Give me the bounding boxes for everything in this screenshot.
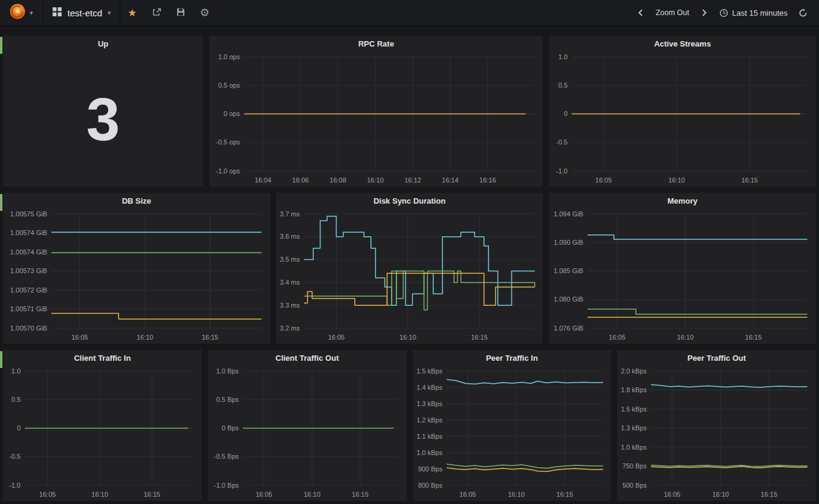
panel-memory: Memory 1.094 GiB1.090 GiB1.085 GiB1.080 … [549, 193, 816, 344]
star-icon: ★ [128, 8, 137, 18]
svg-text:1.080 GiB: 1.080 GiB [554, 296, 583, 303]
svg-text:16:05: 16:05 [595, 176, 612, 184]
svg-text:16:05: 16:05 [256, 491, 273, 498]
svg-text:0 ops: 0 ops [224, 110, 240, 117]
svg-text:0 Bps: 0 Bps [222, 424, 239, 431]
svg-text:16:15: 16:15 [471, 334, 488, 341]
client-traffic-in-chart[interactable]: 1.00.50-0.5-1.016:0516:1016:15 [3, 366, 202, 501]
svg-text:1.076 GiB: 1.076 GiB [554, 325, 583, 332]
svg-text:0.5: 0.5 [558, 82, 568, 89]
svg-text:-1.0 Bps: -1.0 Bps [214, 482, 239, 489]
svg-text:16:15: 16:15 [202, 334, 219, 341]
svg-text:16:05: 16:05 [459, 491, 476, 498]
peer-traffic-out-chart[interactable]: 2.0 kBps1.8 kBps1.5 kBps1.3 kBps1.0 kBps… [617, 366, 816, 501]
svg-text:16:10: 16:10 [668, 176, 685, 184]
settings-button[interactable]: ⚙ [193, 0, 217, 26]
time-shift-forward-button[interactable] [694, 0, 714, 26]
svg-text:1.00574 GiB: 1.00574 GiB [10, 248, 47, 256]
share-button[interactable] [144, 0, 169, 26]
gear-icon: ⚙ [200, 7, 210, 18]
panel-title-memory[interactable]: Memory [549, 193, 816, 209]
svg-text:-0.5: -0.5 [9, 453, 21, 460]
svg-text:-1.0: -1.0 [556, 167, 568, 175]
svg-text:500 Bps: 500 Bps [623, 482, 647, 489]
svg-text:1.00572 GiB: 1.00572 GiB [10, 286, 47, 294]
svg-text:1.1 kBps: 1.1 kBps [416, 433, 442, 440]
svg-text:16:15: 16:15 [742, 176, 759, 184]
save-button[interactable] [169, 0, 193, 26]
save-icon [176, 7, 186, 19]
svg-text:1.0: 1.0 [558, 53, 568, 60]
row-collapse-tab[interactable] [0, 351, 2, 368]
svg-text:16:15: 16:15 [556, 491, 573, 498]
panel-title-active-streams[interactable]: Active Streams [549, 36, 816, 52]
memory-chart[interactable]: 1.094 GiB1.090 GiB1.085 GiB1.080 GiB1.07… [549, 209, 816, 344]
panel-title-client-traffic-in[interactable]: Client Traffic In [3, 350, 202, 366]
svg-text:1.00574 GiB: 1.00574 GiB [10, 229, 47, 236]
navbar: ▾ test-etcd ▾ ★ [0, 0, 819, 26]
panel-client-traffic-out: Client Traffic Out 1.0 Bps0.5 Bps0 Bps-0… [208, 350, 407, 501]
panel-title-disk-sync-duration[interactable]: Disk Sync Duration [276, 193, 543, 209]
svg-text:16:08: 16:08 [330, 176, 347, 184]
row-collapse-tab[interactable] [0, 194, 2, 211]
svg-text:750 Bps: 750 Bps [623, 462, 647, 470]
panel-title-client-traffic-out[interactable]: Client Traffic Out [208, 350, 407, 366]
svg-text:16:10: 16:10 [677, 334, 694, 341]
db-size-chart[interactable]: 1.00575 GiB1.00574 GiB1.00574 GiB1.00573… [3, 209, 270, 344]
panel-title-rpc-rate[interactable]: RPC Rate [209, 36, 543, 52]
client-traffic-out-chart[interactable]: 1.0 Bps0.5 Bps0 Bps-0.5 Bps-1.0 Bps16:05… [208, 366, 407, 501]
svg-text:-1.0 ops: -1.0 ops [216, 167, 241, 175]
panel-title-peer-traffic-out[interactable]: Peer Traffic Out [617, 350, 816, 366]
active-streams-chart[interactable]: 1.00.50-0.5-1.016:0516:1016:15 [549, 52, 816, 187]
svg-text:1.0 kBps: 1.0 kBps [416, 449, 442, 456]
time-shift-back-button[interactable] [631, 0, 650, 26]
rpc-rate-chart[interactable]: 1.0 ops0.5 ops0 ops-0.5 ops-1.0 ops16:04… [209, 52, 543, 187]
refresh-icon [798, 8, 808, 18]
chevron-right-icon [700, 8, 708, 17]
time-range-label: Last 15 minutes [732, 8, 788, 18]
main-menu-button[interactable]: ▾ [0, 0, 44, 25]
dashboard-row-2: DB Size 1.00575 GiB1.00574 GiB1.00574 Gi… [3, 193, 816, 344]
svg-text:1.0: 1.0 [11, 367, 21, 375]
refresh-button[interactable] [793, 0, 813, 26]
svg-text:16:05: 16:05 [39, 491, 56, 498]
disk-sync-duration-chart[interactable]: 3.7 ms3.6 ms3.5 ms3.4 ms3.3 ms3.2 ms16:0… [276, 209, 543, 344]
svg-text:16:10: 16:10 [400, 334, 416, 341]
svg-text:3.3 ms: 3.3 ms [280, 302, 300, 309]
svg-text:2.0 kBps: 2.0 kBps [621, 367, 647, 375]
svg-text:16:10: 16:10 [91, 491, 108, 498]
svg-text:1.00573 GiB: 1.00573 GiB [10, 267, 47, 274]
svg-text:1.3 kBps: 1.3 kBps [416, 400, 442, 407]
svg-text:16:15: 16:15 [761, 491, 778, 498]
panel-title-up[interactable]: Up [3, 36, 203, 52]
time-controls: Zoom Out Last 15 minutes [631, 0, 819, 25]
svg-text:16:15: 16:15 [745, 334, 762, 341]
panel-db-size: DB Size 1.00575 GiB1.00574 GiB1.00574 Gi… [3, 193, 270, 344]
zoom-out-button[interactable]: Zoom Out [650, 0, 695, 26]
time-range-button[interactable]: Last 15 minutes [714, 0, 793, 26]
svg-text:3.5 ms: 3.5 ms [280, 256, 300, 263]
svg-text:0: 0 [564, 110, 568, 117]
svg-text:0.5 ops: 0.5 ops [218, 82, 241, 89]
peer-traffic-in-chart[interactable]: 1.5 kBps1.4 kBps1.3 kBps1.2 kBps1.1 kBps… [413, 366, 612, 501]
svg-text:16:12: 16:12 [404, 176, 421, 184]
svg-text:1.5 kBps: 1.5 kBps [416, 367, 442, 375]
svg-text:1.085 GiB: 1.085 GiB [554, 267, 583, 274]
chevron-left-icon [636, 8, 645, 17]
panel-title-peer-traffic-in[interactable]: Peer Traffic In [413, 350, 612, 366]
svg-text:16:10: 16:10 [713, 491, 730, 498]
svg-text:16:04: 16:04 [255, 176, 272, 184]
zoom-out-label: Zoom Out [656, 8, 690, 17]
caret-down-icon: ▾ [30, 10, 33, 16]
svg-text:900 Bps: 900 Bps [418, 465, 442, 473]
caret-down-icon: ▾ [108, 10, 111, 16]
svg-text:0: 0 [17, 424, 21, 431]
row-collapse-tab[interactable] [0, 37, 2, 54]
dashboard-picker[interactable]: test-etcd ▾ [44, 0, 120, 25]
dashboard-actions: ★ ⚙ [120, 0, 217, 25]
singlestat-value: 3 [3, 52, 203, 187]
panel-rpc-rate: RPC Rate 1.0 ops0.5 ops0 ops-0.5 ops-1.0… [209, 36, 543, 187]
svg-text:3.6 ms: 3.6 ms [280, 233, 300, 240]
panel-title-db-size[interactable]: DB Size [3, 193, 270, 209]
star-button[interactable]: ★ [120, 0, 144, 26]
